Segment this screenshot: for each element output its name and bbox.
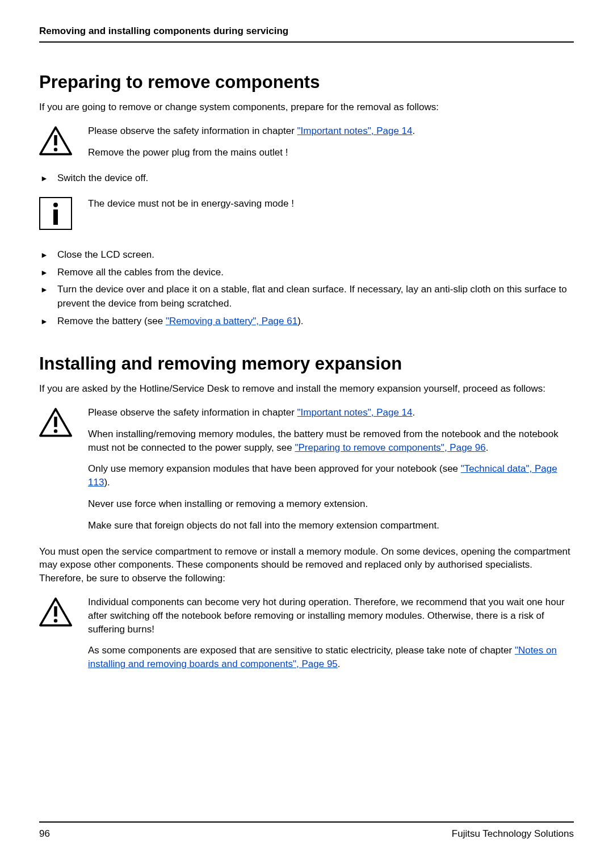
info-icon bbox=[39, 197, 72, 230]
info1-text: The device must not be in energy-saving … bbox=[88, 197, 574, 211]
warning-text-1: Please observe the safety information in… bbox=[88, 124, 574, 160]
mid-paragraph: You must open the service compartment to… bbox=[39, 545, 574, 585]
header-title: Removing and installing components durin… bbox=[39, 26, 288, 36]
section-memory: Installing and removing memory expansion… bbox=[39, 354, 574, 671]
warn2-p2-b: . bbox=[486, 442, 489, 453]
svg-rect-9 bbox=[54, 606, 57, 617]
warn2-p1-b: . bbox=[413, 407, 415, 418]
page-header: Removing and installing components durin… bbox=[39, 26, 574, 43]
step-remove-cables: Remove all the cables from the device. bbox=[39, 266, 574, 280]
warn2-p1-a: Please observe the safety information in… bbox=[88, 407, 297, 418]
info-block-1: The device must not be in energy-saving … bbox=[39, 197, 574, 230]
warning-icon bbox=[39, 596, 72, 628]
svg-rect-4 bbox=[53, 209, 58, 225]
warn2-p3-b: ). bbox=[104, 477, 110, 488]
page-footer: 96 Fujitsu Technology Solutions bbox=[39, 821, 574, 840]
intro-memory: If you are asked by the Hotline/Service … bbox=[39, 382, 574, 396]
link-preparing-remove[interactable]: "Preparing to remove components", Page 9… bbox=[295, 442, 485, 453]
link-important-notes-2[interactable]: "Important notes", Page 14 bbox=[297, 407, 413, 418]
step-switch-off: Switch the device off. bbox=[39, 171, 574, 186]
intro-preparing: If you are going to remove or change sys… bbox=[39, 100, 574, 114]
company-name: Fujitsu Technology Solutions bbox=[452, 828, 574, 840]
warning-text-2: Please observe the safety information in… bbox=[88, 406, 574, 532]
page-number: 96 bbox=[39, 828, 50, 840]
warning-icon bbox=[39, 124, 72, 157]
link-important-notes-1[interactable]: "Important notes", Page 14 bbox=[297, 125, 413, 136]
warn3-p1: Individual components can become very ho… bbox=[88, 596, 574, 636]
warning-block-1: Please observe the safety information in… bbox=[39, 124, 574, 160]
warning-block-2: Please observe the safety information in… bbox=[39, 406, 574, 532]
warn2-p4: Never use force when installing or remov… bbox=[88, 497, 574, 511]
warning-block-3: Individual components can become very ho… bbox=[39, 596, 574, 671]
warn3-p2-b: . bbox=[338, 659, 341, 669]
section-preparing: Preparing to remove components If you ar… bbox=[39, 72, 574, 328]
warn3-p2-a: As some components are exposed that are … bbox=[88, 645, 515, 656]
svg-point-7 bbox=[54, 429, 57, 433]
warn1-text-a: Please observe the safety information in… bbox=[88, 125, 297, 136]
warn1-line2: Remove the power plug from the mains out… bbox=[88, 146, 574, 160]
warning-text-3: Individual components can become very ho… bbox=[88, 596, 574, 671]
heading-preparing: Preparing to remove components bbox=[39, 72, 574, 93]
svg-rect-6 bbox=[54, 417, 57, 427]
step-list-2: Close the LCD screen. Remove all the cab… bbox=[39, 248, 574, 328]
step5-text-a: Remove the battery (see bbox=[57, 316, 166, 326]
warn2-p3-a: Only use memory expansion modules that h… bbox=[88, 463, 461, 474]
step-close-lcd: Close the LCD screen. bbox=[39, 248, 574, 262]
svg-point-10 bbox=[54, 619, 57, 622]
svg-point-2 bbox=[54, 148, 57, 151]
warn1-text-b: . bbox=[413, 125, 415, 136]
step-turn-over: Turn the device over and place it on a s… bbox=[39, 283, 574, 311]
step-list-1: Switch the device off. bbox=[39, 171, 574, 186]
warning-icon bbox=[39, 406, 72, 439]
svg-point-3 bbox=[53, 203, 58, 207]
svg-rect-1 bbox=[54, 135, 57, 145]
step-remove-battery: Remove the battery (see "Removing a batt… bbox=[39, 315, 574, 329]
info-text-1: The device must not be in energy-saving … bbox=[88, 197, 574, 211]
warn2-p5: Make sure that foreign objects do not fa… bbox=[88, 519, 574, 532]
link-removing-battery[interactable]: "Removing a battery", Page 61 bbox=[166, 316, 297, 326]
heading-memory: Installing and removing memory expansion bbox=[39, 354, 574, 374]
step5-text-b: ). bbox=[297, 316, 303, 326]
